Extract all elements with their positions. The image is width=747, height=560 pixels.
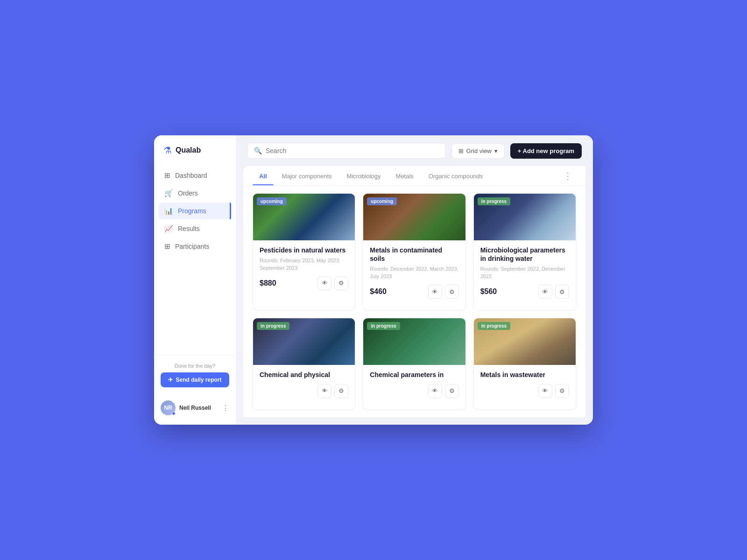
user-menu-button[interactable]: ⋮ [222, 404, 229, 413]
send-icon: ✈ [168, 377, 173, 383]
program-card-6: in progress Metals in wastewater 👁 ⚙ [473, 318, 576, 410]
card-footer-4: 👁 ⚙ [260, 384, 348, 398]
program-card-3: in progress Microbiological parameters i… [473, 193, 576, 310]
card-settings-button-2[interactable]: ⚙ [445, 285, 459, 299]
card-price-1: $880 [260, 279, 276, 287]
avatar-initials: NR [164, 405, 172, 411]
card-footer-1: $880 👁 ⚙ [260, 276, 348, 290]
card-image-1: upcoming [253, 194, 355, 240]
card-settings-button-3[interactable]: ⚙ [555, 285, 569, 299]
tab-organic-compounds[interactable]: Organic compounds [422, 166, 489, 185]
tabs-bar: All Major components Microbiology Metals… [243, 166, 585, 186]
card-image-5: in progress [363, 318, 465, 365]
card-body-3: Microbiological parameters in drinking w… [474, 240, 576, 303]
logo-text: Qualab [176, 146, 201, 154]
program-card-4: in progress Chemical and physical 👁 ⚙ [253, 318, 355, 410]
active-indicator [230, 203, 231, 219]
sidebar-label-participants: Participants [175, 243, 209, 250]
sidebar-nav: ⊞ Dashboard 🛒 Orders 📊 Programs 📈 Result… [154, 167, 236, 355]
card-actions-6: 👁 ⚙ [538, 384, 569, 398]
chevron-down-icon: ▾ [494, 147, 498, 154]
card-image-6: in progress [474, 318, 576, 365]
search-bar: 🔍 [247, 143, 446, 159]
card-view-button-1[interactable]: 👁 [317, 276, 331, 290]
add-program-button[interactable]: + Add new program [510, 143, 582, 159]
tabs-more-button[interactable]: ⋮ [559, 167, 576, 185]
sidebar-label-programs: Programs [178, 207, 206, 215]
card-settings-button-4[interactable]: ⚙ [334, 384, 348, 398]
card-price-3: $560 [480, 287, 497, 296]
sidebar-item-dashboard[interactable]: ⊞ Dashboard [159, 167, 231, 184]
card-rounds-1: Rounds: February 2023, May 2023, Septemb… [260, 257, 348, 272]
app-window: ⚗ Qualab ⊞ Dashboard 🛒 Orders 📊 Programs… [154, 135, 593, 425]
card-title-1: Pesticides in natural waters [260, 246, 348, 254]
send-report-label: Send daily report [176, 377, 221, 383]
results-icon: 📈 [164, 224, 173, 233]
card-settings-button-1[interactable]: ⚙ [334, 276, 348, 290]
search-icon: 🔍 [254, 147, 262, 154]
sidebar-item-participants[interactable]: ⊞ Participants [159, 238, 231, 255]
sidebar-label-orders: Orders [178, 189, 198, 197]
tab-all[interactable]: All [253, 166, 274, 185]
card-title-3: Microbiological parameters in drinking w… [480, 246, 569, 263]
card-settings-button-5[interactable]: ⚙ [445, 384, 459, 398]
card-body-1: Pesticides in natural waters Rounds: Feb… [253, 240, 355, 295]
card-view-button-3[interactable]: 👁 [538, 285, 552, 299]
avatar-dot [172, 412, 176, 415]
card-footer-3: $560 👁 ⚙ [480, 285, 569, 299]
card-view-button-5[interactable]: 👁 [428, 384, 442, 398]
sidebar-label-results: Results [178, 225, 200, 232]
card-badge-3: in progress [478, 197, 510, 205]
card-view-button-4[interactable]: 👁 [317, 384, 331, 398]
send-report-button[interactable]: ✈ Send daily report [161, 372, 229, 387]
sidebar-bottom: Done for the day? ✈ Send daily report [154, 355, 236, 395]
sidebar-label-dashboard: Dashboard [175, 172, 207, 179]
card-view-button-6[interactable]: 👁 [538, 384, 552, 398]
logo-icon: ⚗ [163, 145, 172, 156]
user-name: Neil Russell [179, 405, 218, 411]
card-image-2: upcoming [363, 194, 465, 240]
card-title-4: Chemical and physical [260, 371, 348, 379]
sidebar: ⚗ Qualab ⊞ Dashboard 🛒 Orders 📊 Programs… [154, 135, 236, 425]
grid-view-button[interactable]: ⊞ Grid view ▾ [451, 143, 505, 159]
card-actions-3: 👁 ⚙ [538, 285, 569, 299]
grid-view-label: Grid view [466, 147, 492, 154]
card-footer-6: 👁 ⚙ [480, 384, 569, 398]
card-image-3: in progress [474, 194, 576, 240]
card-view-button-2[interactable]: 👁 [428, 285, 442, 299]
card-badge-2: upcoming [367, 197, 397, 205]
card-image-4: in progress [253, 318, 355, 365]
program-card-1: upcoming Pesticides in natural waters Ro… [253, 193, 355, 310]
card-title-2: Metals in contaminated soils [370, 246, 458, 263]
card-rounds-2: Rounds: December 2022, March 2023, July … [370, 266, 458, 280]
card-footer-5: 👁 ⚙ [370, 384, 458, 398]
tab-microbiology[interactable]: Microbiology [340, 166, 388, 185]
card-actions-1: 👁 ⚙ [317, 276, 348, 290]
sidebar-item-results[interactable]: 📈 Results [159, 220, 231, 237]
card-badge-6: in progress [478, 322, 510, 330]
card-actions-2: 👁 ⚙ [428, 285, 459, 299]
card-settings-button-6[interactable]: ⚙ [555, 384, 569, 398]
card-body-2: Metals in contaminated soils Rounds: Dec… [363, 240, 465, 303]
tab-metals[interactable]: Metals [389, 166, 420, 185]
sidebar-item-orders[interactable]: 🛒 Orders [159, 185, 231, 202]
card-body-6: Metals in wastewater 👁 ⚙ [474, 365, 576, 402]
dashboard-icon: ⊞ [164, 171, 170, 180]
search-input[interactable] [266, 147, 439, 154]
sidebar-item-programs[interactable]: 📊 Programs [159, 203, 231, 219]
card-badge-5: in progress [367, 322, 400, 330]
cards-grid: upcoming Pesticides in natural waters Ro… [243, 186, 585, 417]
programs-area: All Major components Microbiology Metals… [243, 166, 585, 417]
card-badge-4: in progress [257, 322, 289, 330]
avatar: NR [161, 400, 176, 415]
orders-icon: 🛒 [164, 189, 173, 197]
participants-icon: ⊞ [164, 242, 170, 251]
tab-major-components[interactable]: Major components [275, 166, 338, 185]
add-icon: + Add new program [518, 147, 574, 154]
main-content: 🔍 ⊞ Grid view ▾ + Add new program All Ma… [236, 135, 593, 425]
logo: ⚗ Qualab [154, 145, 236, 167]
card-badge-1: upcoming [257, 197, 287, 205]
grid-icon: ⊞ [458, 147, 464, 154]
card-actions-5: 👁 ⚙ [428, 384, 459, 398]
program-card-2: upcoming Metals in contaminated soils Ro… [363, 193, 465, 310]
